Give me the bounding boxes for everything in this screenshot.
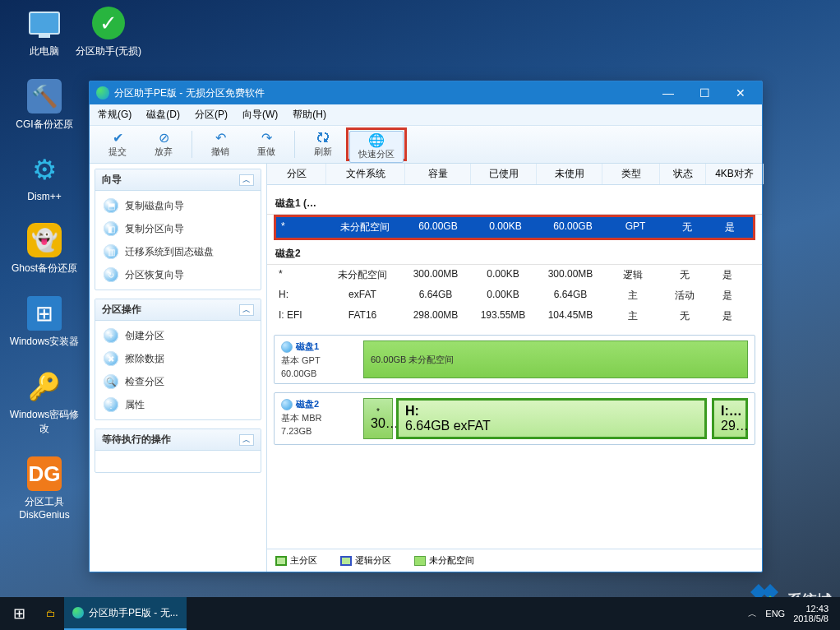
main-area: 分区 文件系统 容量 已使用 未使用 类型 状态 4KB对齐 磁盘1 (… *未…	[267, 164, 762, 572]
taskbar: ⊞ 🗀 分区助手PE版 - 无... ︿ ENG 12:43 2018/5/8	[0, 597, 840, 630]
props-icon: ⋮	[104, 397, 118, 412]
window-title: 分区助手PE版 - 无损分区免费软件	[114, 86, 265, 100]
redo-button[interactable]: ↷重做	[243, 127, 289, 161]
key-icon: 🔑	[28, 371, 61, 402]
recover-icon: ↻	[104, 267, 118, 282]
desktop-icon-this-pc[interactable]: 此电脑	[8, 5, 81, 58]
check-icon: ✔	[113, 131, 123, 146]
pending-panel-title: 等待执行的操作	[102, 433, 171, 447]
tray-clock[interactable]: 12:43 2018/5/8	[793, 604, 828, 623]
table-row[interactable]: I: EFIFAT16298.00MB193.55MB104.45MB主无是	[274, 306, 755, 327]
plus-icon: ＋	[104, 328, 118, 343]
menu-wizard[interactable]: 向导(W)	[242, 108, 278, 122]
globe-icon: 🌐	[368, 133, 385, 148]
undo-button[interactable]: ↶撤销	[197, 127, 243, 161]
desktop-icon-wininstall[interactable]: ⊞ Windows安装器	[8, 295, 81, 349]
menu-general[interactable]: 常规(G)	[98, 108, 132, 122]
hammer-icon: 🔨	[27, 79, 62, 113]
partition-icon: ◧	[104, 221, 118, 236]
app-icon	[72, 607, 84, 618]
disk-icon: ⬒	[104, 198, 118, 213]
primary-segment[interactable]: H: 6.64GB exFAT	[396, 398, 707, 439]
tray-lang[interactable]: ENG	[765, 609, 785, 618]
collapse-button[interactable]: ︿	[239, 434, 254, 446]
disk2-group-title: 磁盘2	[275, 247, 754, 261]
pending-panel: 等待执行的操作︿	[95, 428, 261, 473]
wizard-copy-disk[interactable]: ⬒复制磁盘向导	[95, 194, 261, 217]
ops-panel-title: 分区操作	[102, 303, 141, 317]
folder-icon: 🗀	[46, 608, 56, 619]
menu-partition[interactable]: 分区(P)	[195, 108, 228, 122]
tray-chevron-icon[interactable]: ︿	[748, 608, 757, 620]
desktop-icon-partition-assistant[interactable]: ✓ 分区助手(无损)	[72, 5, 145, 58]
ops-panel: 分区操作︿ ＋创建分区 ✖擦除数据 🔍检查分区 ⋮属性	[95, 299, 261, 420]
wizard-migrate-ssd[interactable]: ▥迁移系统到固态磁盘	[95, 240, 261, 263]
collapse-button[interactable]: ︿	[239, 174, 254, 186]
taskbar-app[interactable]: 分区助手PE版 - 无...	[64, 597, 187, 630]
table-row[interactable]: *未分配空间300.00MB0.00KB300.00MB逻辑无是	[274, 265, 755, 285]
desktop-icon-ghost[interactable]: 👻 Ghost备份还原	[8, 222, 81, 276]
table-row-selected[interactable]: *未分配空间60.00GB0.00KB60.00GBGPT无是	[274, 215, 755, 240]
commit-button[interactable]: ✔提交	[95, 127, 141, 161]
table-row[interactable]: H:exFAT6.64GB0.00KB6.64GB主活动是	[274, 285, 755, 306]
desktop-icon-pwreset[interactable]: 🔑 Windows密码修改	[8, 368, 81, 436]
efi-segment[interactable]: I:… 29…	[712, 398, 748, 439]
logical-swatch-icon	[340, 556, 352, 566]
refresh-button[interactable]: 🗘刷新	[300, 127, 346, 161]
refresh-icon: 🗘	[316, 131, 330, 146]
desktop-icon-diskgenius[interactable]: DG 分区工具DiskGenius	[8, 456, 81, 521]
search-icon: 🔍	[104, 374, 118, 389]
primary-swatch-icon	[275, 556, 287, 566]
wizard-recover[interactable]: ↻分区恢复向导	[95, 263, 261, 286]
op-check[interactable]: 🔍检查分区	[95, 370, 261, 393]
desktop-icons: 此电脑 ✓ 分区助手(无损) 🔨 CGI备份还原 ⚙ Dism++ 👻 Ghos…	[8, 5, 81, 521]
windows-icon: ⊞	[27, 296, 62, 331]
grid-header: 分区 文件系统 容量 已使用 未使用 类型 状态 4KB对齐	[267, 164, 762, 185]
systray[interactable]: ︿ ENG 12:43 2018/5/8	[736, 604, 840, 623]
unalloc-segment[interactable]: 60.00GB 未分配空间	[364, 341, 747, 378]
green-check-icon: ✓	[92, 7, 125, 39]
disk2-bar[interactable]: 磁盘2 基本 MBR 7.23GB *30… H: 6.64GB exFAT I…	[274, 392, 755, 445]
menu-disk[interactable]: 磁盘(D)	[146, 108, 180, 122]
collapse-button[interactable]: ︿	[239, 304, 254, 316]
maximize-button[interactable]: ☐	[686, 81, 722, 104]
monitor-icon	[29, 12, 60, 35]
app-window: 分区助手PE版 - 无损分区免费软件 — ☐ ✕ 常规(G) 磁盘(D) 分区(…	[89, 81, 763, 572]
disk1-bar[interactable]: 磁盘1 基本 GPT 60.00GB 60.00GB 未分配空间	[274, 335, 755, 384]
desktop-icon-dism[interactable]: ⚙ Dism++	[8, 151, 81, 202]
op-create[interactable]: ＋创建分区	[95, 324, 261, 347]
close-button[interactable]: ✕	[722, 81, 759, 104]
minimize-button[interactable]: —	[650, 81, 686, 104]
windows-icon: ⊞	[13, 605, 25, 623]
undo-icon: ↶	[215, 131, 226, 146]
wizard-panel: 向导︿ ⬒复制磁盘向导 ◧复制分区向导 ▥迁移系统到固态磁盘 ↻分区恢复向导	[95, 169, 261, 290]
unalloc-swatch-icon	[414, 556, 426, 566]
wizard-panel-title: 向导	[102, 173, 122, 187]
quickpartition-highlight: 🌐快速分区	[346, 127, 407, 161]
taskbar-explorer[interactable]: 🗀	[38, 597, 64, 630]
discard-button[interactable]: ⊘放弃	[141, 127, 187, 161]
dg-icon: DG	[27, 456, 62, 491]
op-wipe[interactable]: ✖擦除数据	[95, 347, 261, 370]
disk1-group-title: 磁盘1 (…	[275, 197, 754, 211]
disk-icon	[281, 399, 293, 410]
titlebar[interactable]: 分区助手PE版 - 无损分区免费软件 — ☐ ✕	[90, 81, 762, 104]
disk-icon	[281, 341, 293, 353]
menu-help[interactable]: 帮助(H)	[293, 108, 326, 122]
wizard-copy-partition[interactable]: ◧复制分区向导	[95, 217, 261, 240]
ghost-icon: 👻	[27, 223, 62, 257]
start-button[interactable]: ⊞	[0, 597, 38, 630]
left-sidebar: 向导︿ ⬒复制磁盘向导 ◧复制分区向导 ▥迁移系统到固态磁盘 ↻分区恢复向导 分…	[90, 164, 267, 572]
quickpartition-button[interactable]: 🌐快速分区	[349, 131, 404, 163]
redo-icon: ↷	[261, 131, 272, 146]
unalloc-segment[interactable]: *30…	[363, 398, 393, 439]
erase-icon: ✖	[104, 351, 118, 366]
toolbar: ✔提交 ⊘放弃 ↶撤销 ↷重做 🗘刷新 🌐快速分区	[90, 126, 762, 164]
desktop-icon-cgi[interactable]: 🔨 CGI备份还原	[8, 78, 81, 132]
op-props[interactable]: ⋮属性	[95, 393, 261, 416]
legend: 主分区 逻辑分区 未分配空间	[267, 549, 762, 572]
discard-icon: ⊘	[159, 131, 169, 146]
app-icon	[96, 86, 109, 100]
ssd-icon: ▥	[104, 244, 118, 259]
gear-icon: ⚙	[32, 153, 57, 186]
